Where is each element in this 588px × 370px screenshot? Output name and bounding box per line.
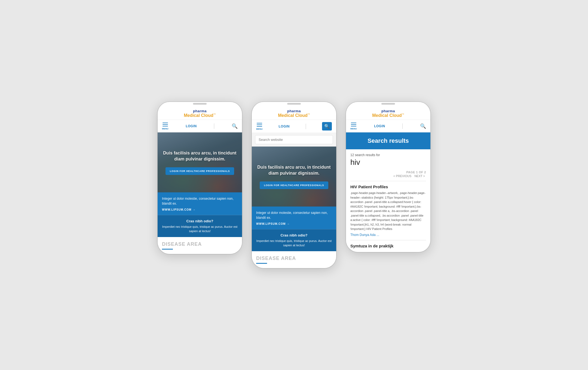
nav-bar-2: MENU LOGIN 🔍 — [252, 120, 336, 133]
brand-pharma-1: pharma — [162, 109, 238, 113]
disease-underline-1 — [162, 249, 173, 250]
phone-speaker-1 — [193, 103, 207, 105]
hamburger-line — [257, 125, 262, 125]
pagination-nav: < PREVIOUS NEXT > — [350, 174, 426, 178]
content-link-1[interactable]: WWW.LIPSUM.COM → — [162, 208, 238, 211]
search-bar-container — [252, 133, 336, 147]
search-results-body: 12 search results for hiv PAGE 1 OF 2 < … — [346, 149, 430, 252]
content-body-1: Integer ut dolor molestie, consectetur s… — [162, 196, 238, 206]
content-section-1: Integer ut dolor molestie, consectetur s… — [158, 192, 242, 215]
ctas-box-1: Cras nibh odio? Imperdiet nec tristique … — [158, 215, 242, 237]
result-divider-2 — [350, 240, 426, 240]
hamburger-line — [163, 123, 168, 123]
next-page[interactable]: NEXT > — [414, 174, 425, 178]
hamburger-menu-3[interactable]: MENU — [350, 122, 357, 130]
app-header-3: pharma Medical Cloud™ — [346, 106, 430, 120]
search-results-header: Search results — [346, 132, 430, 149]
result-title-1[interactable]: HIV Patient Profiles — [350, 184, 426, 189]
cta-title-2: Cras nibh odio? — [256, 233, 332, 237]
disease-area-2: DISEASE AREA — [252, 251, 336, 268]
hamburger-line — [257, 126, 262, 127]
phone-top-bar-1 — [158, 102, 242, 106]
disease-underline-2 — [256, 263, 267, 264]
scene: pharma Medical Cloud™ MENU LOGIN 🔍 — [158, 102, 430, 268]
hamburger-menu-1[interactable]: MENU — [162, 122, 169, 130]
login-link-3[interactable]: LOGIN — [374, 124, 385, 128]
disease-title-2: DISEASE AREA — [256, 256, 332, 261]
ctas-box-2: Cras nibh odio? Imperdiet nec tristique … — [252, 229, 336, 251]
hero-overlay-2: Duis facilisis arcu arcu, in tincidunt d… — [252, 147, 336, 207]
phone-top-bar-3 — [346, 102, 430, 106]
nav-bar-1: MENU LOGIN 🔍 — [158, 120, 242, 132]
hero-headline-1: Duis facilisis arcu arcu, in tincidunt d… — [163, 150, 237, 162]
brand-medical-3: Medical Cloud™ — [350, 113, 426, 118]
result-item-2: Symtuza in de praktijk — [350, 244, 426, 248]
hero-headline-2: Duis facilisis arcu arcu, in tincidunt d… — [257, 164, 331, 177]
search-input[interactable] — [255, 135, 333, 144]
hero-1: Duis facilisis arcu arcu, in tincidunt d… — [158, 132, 242, 192]
content-section-2: Integer ut dolor molestie, consectetur s… — [252, 207, 336, 229]
hero-cta-button-1[interactable]: LOGIN FOR HEALTHCARE PROFESSIONALS — [166, 167, 234, 175]
menu-label-2: MENU — [256, 128, 263, 130]
prev-page[interactable]: < PREVIOUS — [393, 174, 411, 178]
results-query: hiv — [350, 158, 426, 167]
nav-divider-2 — [306, 124, 306, 129]
hamburger-line — [351, 124, 356, 125]
menu-label-1: MENU — [162, 128, 169, 130]
disease-area-1: DISEASE AREA — [158, 237, 242, 254]
result-divider-1 — [350, 181, 426, 181]
hamburger-line — [351, 126, 356, 126]
phone-content-1: pharma Medical Cloud™ MENU LOGIN 🔍 — [158, 106, 242, 254]
hero-overlay-1: Duis facilisis arcu arcu, in tincidunt d… — [158, 132, 242, 192]
result-title-2[interactable]: Symtuza in de praktijk — [350, 244, 426, 248]
phone-1: pharma Medical Cloud™ MENU LOGIN 🔍 — [158, 102, 242, 254]
login-link-1[interactable]: LOGIN — [186, 124, 197, 128]
brand-medical-1: Medical Cloud™ — [162, 113, 238, 118]
phone-2: pharma Medical Cloud™ MENU LOGIN 🔍 — [252, 102, 336, 268]
nav-bar-3: MENU LOGIN 🔍 — [346, 120, 430, 132]
hero-2: Duis facilisis arcu arcu, in tincidunt d… — [252, 147, 336, 207]
result-snippet-1: .page-header.page-header--artwork, .page… — [350, 191, 426, 231]
search-icon-3[interactable]: 🔍 — [420, 123, 426, 129]
hamburger-line — [163, 124, 168, 125]
result-item-1: HIV Patient Profiles .page-header.page-h… — [350, 184, 426, 237]
menu-label-3: MENU — [350, 128, 357, 130]
content-body-2: Integer ut dolor molestie, consectetur s… — [256, 210, 332, 220]
phone-speaker-3 — [381, 103, 395, 105]
hamburger-line — [351, 123, 356, 123]
phone-top-bar-2 — [252, 102, 336, 106]
hamburger-line — [163, 126, 168, 126]
results-count-label: 12 search results for — [350, 153, 426, 157]
hamburger-line — [257, 123, 262, 123]
search-results-title: Search results — [350, 137, 426, 144]
brand-pharma-2: pharma — [256, 109, 332, 113]
cta-title-1: Cras nibh odio? — [162, 219, 238, 223]
brand-pharma-3: pharma — [350, 109, 426, 113]
nav-divider-1 — [214, 123, 214, 129]
hero-cta-button-2[interactable]: LOGIN FOR HEALTHCARE PROFESSIONALS — [260, 181, 329, 189]
phone-content-2: pharma Medical Cloud™ MENU LOGIN 🔍 — [252, 106, 336, 268]
search-icon-active-2[interactable]: 🔍 — [322, 122, 332, 131]
disease-title-1: DISEASE AREA — [162, 241, 238, 247]
login-link-2[interactable]: LOGIN — [279, 125, 290, 128]
result-link-1[interactable]: Thom Dunya Ada ... — [350, 233, 426, 237]
pagination: PAGE 1 OF 2 < PREVIOUS NEXT > — [350, 171, 426, 178]
search-icon-1[interactable]: 🔍 — [232, 123, 238, 129]
app-header-2: pharma Medical Cloud™ — [252, 106, 336, 120]
content-link-2[interactable]: WWW.LIPSUM.COM → — [256, 222, 332, 225]
cta-body-2: Imperdiet nec tristique quis, tristique … — [256, 239, 332, 247]
phone-speaker-2 — [287, 103, 301, 105]
brand-medical-2: Medical Cloud™ — [256, 113, 332, 118]
app-header-1: pharma Medical Cloud™ — [158, 106, 242, 120]
phone-3: pharma Medical Cloud™ MENU LOGIN 🔍 — [346, 102, 430, 252]
pagination-label: PAGE 1 OF 2 — [350, 171, 426, 174]
nav-divider-3 — [402, 123, 403, 129]
hamburger-menu-2[interactable]: MENU — [256, 122, 263, 130]
cta-body-1: Imperdiet nec tristique quis, tristique … — [162, 225, 238, 233]
phone-content-3: pharma Medical Cloud™ MENU LOGIN 🔍 — [346, 106, 430, 252]
